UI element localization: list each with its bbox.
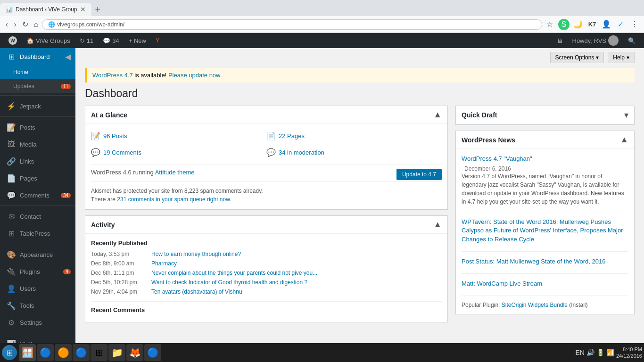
sidebar-item-posts[interactable]: 📝 Posts [0,119,75,136]
admin-layout: ⊞ Dashboard ◀ Home Updates 11 ⚡ Jetpack … [0,48,644,343]
sidebar-item-updates[interactable]: Updates 11 [0,79,75,93]
activity-link-3[interactable]: Want to check Indicator of Good thyroid … [151,279,307,286]
ext-icon3[interactable]: ✓ [615,19,626,30]
quick-draft-toggle[interactable]: ▾ [624,110,628,120]
wp-news-link-2[interactable]: Post Status: Matt Mullenweg State of the… [462,257,628,266]
update-to-47-button[interactable]: Update to 4.7 [396,169,442,180]
popular-plugin-action: (Install) [569,302,587,308]
taskbar-app-5[interactable]: ⊞ [91,344,107,361]
sidebar-item-media[interactable]: 🖼 Media [0,136,75,153]
start-button[interactable]: ⊞ [2,345,17,360]
updates-item[interactable]: ↻ 11 [75,33,98,48]
comments-item[interactable]: 💬 34 [98,33,124,48]
activity-link-0[interactable]: How to earn money through online? [151,251,241,257]
activity-link-2[interactable]: Never complain about the things your par… [151,270,317,276]
nav-icons: ☆ S 🌙 K7 👤 ✓ ⋮ [544,19,640,30]
taskbar-clock: 8:40 PM 24/12/2016 [616,346,642,360]
address-bar[interactable]: 🌐 vivegroups.com/wp-admin/ [42,19,542,30]
forward-button[interactable]: › [12,19,18,30]
back-button[interactable]: ‹ [4,19,10,30]
new-content-item[interactable]: + New [124,33,151,48]
ext-icon1[interactable]: K7 [586,19,598,30]
user-profile-item[interactable]: Howdy, RVS [568,33,624,48]
search-icon-item[interactable]: 🔍 [623,33,640,48]
comments-badge: 34 [61,193,71,198]
comments-stat-link[interactable]: 19 Comments [103,149,141,156]
taskbar-app-1[interactable]: 🪟 [19,344,36,361]
menu-button[interactable]: ⋮ [629,19,640,30]
taskbar-app-6[interactable]: 📁 [108,344,125,361]
taskbar-app-2[interactable]: 🔵 [37,344,54,361]
reload-button[interactable]: ↻ [20,19,30,30]
activity-link-1[interactable]: Pharmacy [151,260,177,267]
sidebar-item-tools[interactable]: 🔧 Tools [0,297,75,314]
site-name-item[interactable]: 🏠 ViVe Groups [22,33,75,48]
at-a-glance-toggle[interactable]: ▲ [433,110,442,120]
sidebar-item-comments[interactable]: 💬 Comments 34 [0,187,75,204]
separator-3 [0,206,75,206]
taskbar-app-icon-2: 🔵 [40,347,51,358]
sidebar-item-pages[interactable]: 📄 Pages [0,170,75,187]
profile-icon[interactable]: S [558,19,570,30]
home-button[interactable]: ⌂ [32,19,41,30]
wp-news-toggle[interactable]: ▲ [620,135,628,145]
wp-news-header[interactable]: WordPress News ▲ [456,131,634,149]
sidebar-item-contact[interactable]: ✉ Contact [0,208,75,225]
ext-icon2[interactable]: 👤 [601,19,612,30]
quick-draft-header[interactable]: Quick Draft ▾ [456,106,634,124]
sidebar-item-users[interactable]: 👤 Users [0,280,75,297]
sidebar-item-tablepress[interactable]: ⊞ TablePress [0,225,75,242]
howdy-item[interactable]: 🖥 [552,33,568,48]
update-link[interactable]: Please update now. [168,72,222,79]
wp-news-title-row-0: WordPress 4.7 "Vaughan"December 6, 2016 [462,155,628,172]
sidebar-submenu-dashboard: Home Updates 11 [0,65,75,93]
taskbar-app-4[interactable]: 🔵 [73,344,90,361]
wp-news-item-1: WPTavern: State of the Word 2016: Mullen… [462,218,628,252]
wp-news-link-1[interactable]: WPTavern: State of the Word 2016: Mullen… [462,218,628,244]
theme-link[interactable]: Attitude theme [155,169,195,176]
sidebar-item-settings[interactable]: ⚙ Settings [0,314,75,331]
taskbar-app-3[interactable]: 🟠 [55,344,72,361]
star-button[interactable]: ☆ [544,19,555,30]
seo-icon: 📊 [7,339,16,343]
activity-toggle[interactable]: ▲ [433,220,442,230]
sidebar-item-seo[interactable]: 📊 SEO [0,335,75,343]
wp-news-body: WordPress 4.7 "Vaughan"December 6, 2016 … [456,149,634,314]
moon-icon[interactable]: 🌙 [572,19,584,30]
activity-header[interactable]: Activity ▲ [85,216,447,234]
comments-stat: 💬 19 Comments [91,146,266,159]
sidebar-item-home[interactable]: Home [0,65,75,79]
new-tab-button[interactable]: + [91,4,105,15]
sidebar-item-dashboard[interactable]: ⊞ Dashboard ◀ [0,48,75,65]
screen-options-button[interactable]: Screen Options ▾ [550,52,604,63]
sidebar-item-appearance[interactable]: 🎨 Appearance [0,246,75,263]
taskbar-app-8[interactable]: 🔵 [144,344,161,361]
taskbar-app-7[interactable]: 🦊 [126,344,143,361]
help-button[interactable]: Help ▾ [608,52,635,63]
new-label: + New [129,37,146,44]
yoast-item[interactable]: Y [151,33,164,48]
sidebar-item-jetpack[interactable]: ⚡ Jetpack [0,98,75,115]
home-label: Home [13,69,28,75]
wp-news-link-0[interactable]: WordPress 4.7 "Vaughan" [462,155,628,163]
spam-queue-link[interactable]: 231 comments in your spam queue right no… [117,196,230,203]
browser-tab[interactable]: 📊 Dashboard ‹ ViVe Group ✕ [0,3,91,16]
at-a-glance-header[interactable]: At a Glance ▲ [85,106,447,124]
pages-stat-link[interactable]: 22 Pages [279,132,305,140]
popular-plugin-link[interactable]: SiteOrigin Widgets Bundle [502,302,568,308]
activity-link-4[interactable]: Ten avatars (dashavatara) of Vishnu [151,288,242,295]
links-label: Links [20,158,34,165]
sidebar-item-links[interactable]: 🔗 Links [0,153,75,170]
separator-4 [0,244,75,244]
volume-icon[interactable]: 🔊 [586,349,594,356]
posts-stat-link[interactable]: 96 Posts [103,132,127,140]
wp-logo-item[interactable]: W [4,33,22,48]
moderation-stat-link[interactable]: 34 in moderation [279,149,324,156]
activity-date-4: Nov 29th, 4:04 pm [91,288,148,295]
activity-date-2: Dec 6th, 1:11 pm [91,270,148,276]
version-link[interactable]: WordPress 4.7 [92,72,133,79]
wp-news-link-3[interactable]: Matt: WordCamp Live Stream [462,280,628,288]
comments-stat-icon: 💬 [91,148,100,157]
tab-close-button[interactable]: ✕ [80,6,86,13]
sidebar-item-plugins[interactable]: 🔌 Plugins 9 [0,263,75,280]
